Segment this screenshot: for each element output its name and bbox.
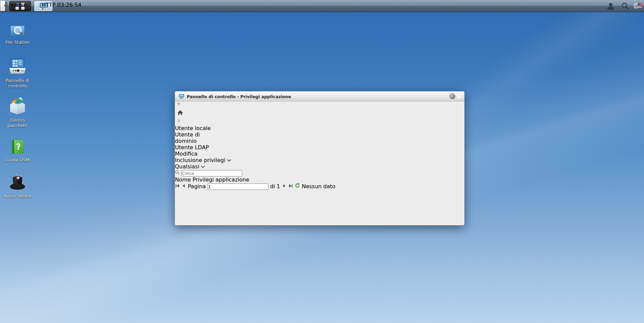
desktop-icon-label: Pannello di controllo [0,78,35,89]
forward-arrow-icon [175,103,182,109]
control-panel-window: Pannello di controllo - Privilegi applic… [175,91,465,226]
next-page-button[interactable] [282,183,288,190]
search-input[interactable] [181,170,242,176]
quick-start-icon [8,173,27,192]
package-center-icon [8,97,27,116]
help-question-label: ? [178,119,180,124]
page-label: Pagina [188,183,206,190]
table-header[interactable]: Nome Privilegi applicazione [175,176,464,183]
dsm-help-icon: ? [9,139,26,156]
connection-protocol: HTTP [42,2,56,8]
user-icon [606,5,615,11]
desktop-icon-quick-start[interactable]: Avvio veloce [0,173,35,199]
page-input[interactable] [208,184,269,190]
privilege-filter-select[interactable]: Inclusione privilegi [175,157,242,163]
search-icon [621,5,629,11]
tab-domain-user[interactable]: Utente di dominio [175,131,221,144]
control-panel-icon [8,58,27,77]
search-field[interactable] [175,170,464,176]
connection-user: admin [10,2,27,8]
pagination-bar: Pagina di 1 Nessun dato [175,183,464,190]
first-page-button[interactable] [175,183,181,190]
desktop-icon-file-station[interactable]: File Station [0,22,35,45]
desktop-icon-control-panel[interactable]: Pannello di controllo [0,58,35,89]
column-header-privileges[interactable]: Privilegi applicazione [192,176,249,183]
help-button[interactable]: ? [175,118,183,125]
person-icon [4,2,8,8]
filter-toolbar: Modifica Inclusione privilegi Qualsiasi [175,151,464,176]
chevron-down-icon [201,163,205,170]
window-titlebar[interactable]: Pannello di controllo - Privilegi applic… [175,91,464,102]
kick-connection-icon[interactable] [637,2,642,8]
close-button[interactable] [457,93,463,99]
search-button[interactable] [621,2,630,10]
svg-text:?: ? [16,142,21,152]
desktop-icon-label: File Station [0,40,35,45]
user-menu-button[interactable] [606,2,615,10]
column-header-name[interactable]: Nome [175,176,191,183]
last-page-button[interactable] [288,183,295,190]
desktop-icon-label: Avvio veloce [0,194,35,199]
dsm-desktop: File Station Pannello di con [0,0,644,323]
prev-page-button[interactable] [181,183,188,190]
page-of-label: di 1 [270,183,280,190]
scope-filter-select[interactable]: Qualsiasi [175,163,241,170]
window-content: Utente locale Utente di dominio Utente L… [175,125,464,190]
window-title: Pannello di controllo - Privilegi applic… [187,94,291,99]
modify-button[interactable]: Modifica [175,151,464,157]
connection-time: 03:26:54 [57,2,81,8]
desktop-icon-label: Centro pacchetti [0,118,35,128]
tab-strip: Utente locale Utente di dominio Utente L… [175,125,464,151]
search-icon [175,170,181,176]
chevron-down-icon [227,157,231,163]
tab-local-user[interactable]: Utente locale [175,125,214,131]
desktop-icon-dsm-help[interactable]: ? Guida DSM [0,139,35,163]
desktop-icon-package-center[interactable]: Centro pacchetti [0,97,35,128]
home-button[interactable] [175,109,186,118]
file-station-icon [9,22,26,38]
desktop-icon-label: Guida DSM [0,157,35,163]
minimize-button[interactable] [450,93,455,99]
control-panel-icon [179,94,184,99]
empty-status-text: Nessun dato [302,183,335,190]
home-icon [175,111,185,118]
taskbar [0,0,644,12]
refresh-button[interactable] [295,183,302,190]
tab-ldap-user[interactable]: Utente LDAP [175,144,212,151]
